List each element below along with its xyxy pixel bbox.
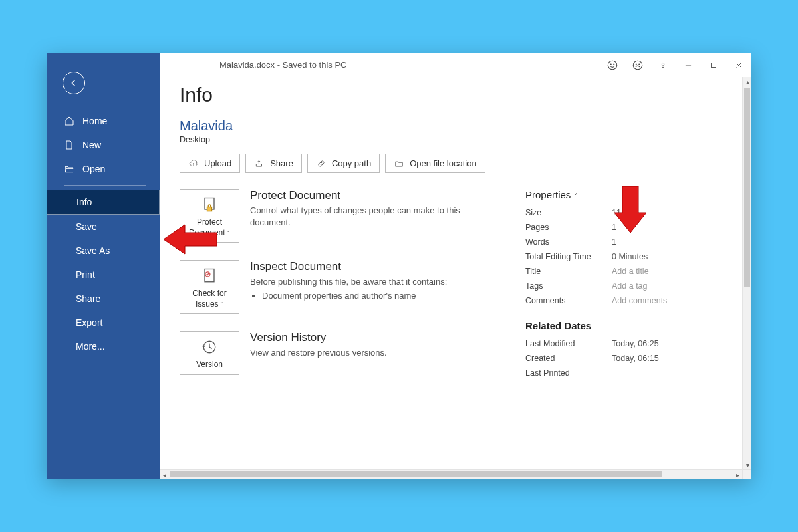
home-icon [64,116,74,126]
protect-document-button[interactable]: Protect Document ˅ [180,189,239,243]
maximize-button[interactable] [701,53,726,77]
button-label-line1: Check for [192,289,226,298]
block-desc: View and restore previous versions. [250,347,387,359]
button-label-line2: Issues [196,299,219,309]
document-icon [64,140,74,150]
sidebar-item-export[interactable]: Export [47,311,160,334]
check-for-issues-button[interactable]: Check for Issues ˅ [180,260,239,314]
main-scroll-area: Info Malavida Desktop Upload Share Copy … [160,77,751,479]
chevron-down-icon: ˅ [225,230,231,237]
action-row: Upload Share Copy path Open file locatio… [180,154,729,173]
scroll-left-arrow[interactable]: ◂ [160,470,169,479]
smile-icon [606,59,618,71]
sidebar-separator [64,185,146,186]
close-button[interactable] [726,53,751,77]
checklist-icon [200,267,219,285]
app-window: Home New Open Info Save Save As Print Sh… [47,53,751,479]
lock-document-icon [200,196,219,214]
block-title: Inspect Document [250,260,447,273]
horizontal-scrollbar[interactable]: ◂ ▸ [160,469,742,479]
scroll-thumb[interactable] [744,88,750,287]
open-file-location-button[interactable]: Open file location [385,154,485,173]
button-label: Upload [204,158,231,168]
version-history-block: Version Version History View and restore… [180,331,499,375]
sidebar-item-open[interactable]: Open [47,157,160,181]
chevron-down-icon: ˅ [572,192,577,200]
block-desc: Control what types of changes people can… [250,205,499,229]
scroll-down-arrow[interactable]: ▾ [743,460,751,469]
svg-point-1 [610,64,611,65]
button-label: Copy path [332,158,371,168]
button-label: Open file location [410,158,476,168]
property-row-title[interactable]: TitleAdd a title [525,264,729,279]
scrollbar-corner [742,469,751,479]
window-controls [600,53,751,77]
svg-point-6 [663,67,664,68]
folder-open-icon [64,164,74,174]
sidebar-item-more[interactable]: More... [47,334,160,358]
block-title: Protect Document [250,189,499,202]
link-icon [316,159,327,168]
scroll-up-arrow[interactable]: ▴ [743,77,751,86]
svg-point-5 [639,64,640,65]
sidebar-item-label: Save As [76,245,110,256]
sidebar-item-label: Print [76,269,95,280]
scroll-thumb[interactable] [170,471,662,477]
svg-point-4 [636,64,636,65]
sidebar-item-print[interactable]: Print [47,263,160,287]
chevron-down-icon: ˅ [219,301,224,308]
properties-panel: Properties ˅ Size11.6KB Pages1 Words1 To… [525,189,729,392]
back-button[interactable] [63,72,85,94]
feedback-happy-button[interactable] [600,53,625,77]
inspect-document-block: Check for Issues ˅ Inspect Document Befo… [180,260,499,314]
svg-point-3 [633,61,642,70]
property-row-size: Size11.6KB [525,205,729,220]
button-label-line1: Protect [197,217,222,227]
sidebar-item-label: Export [76,317,102,328]
property-row-printed: Last Printed [525,366,729,380]
sidebar-item-label: Home [82,116,107,126]
sidebar-item-save-as[interactable]: Save As [47,239,160,263]
sidebar-item-info[interactable]: Info [47,190,160,215]
version-history-button[interactable]: Version [180,331,239,375]
vertical-scrollbar[interactable]: ▴ ▾ [742,77,751,469]
document-location: Desktop [180,135,729,144]
sidebar-item-label: Info [76,197,92,207]
share-icon [254,159,265,168]
sidebar-item-label: More... [76,341,105,352]
minimize-button[interactable] [676,53,701,77]
sidebar-item-new[interactable]: New [47,133,160,157]
property-row-pages: Pages1 [525,220,729,235]
content-area: Malavida.docx - Saved to this PC [160,53,751,479]
property-row-comments[interactable]: CommentsAdd comments [525,293,729,308]
svg-rect-7 [712,63,716,67]
cloud-upload-icon [188,159,199,168]
folder-icon [394,159,404,168]
property-row-tags[interactable]: TagsAdd a tag [525,279,729,293]
document-title: Malavida.docx - Saved to this PC [219,60,346,70]
property-row-editing-time: Total Editing Time0 Minutes [525,249,729,264]
sidebar-item-share[interactable]: Share [47,287,160,311]
sidebar-item-label: New [82,140,101,150]
help-icon [658,61,668,70]
page-title: Info [180,84,729,106]
related-dates-heading: Related Dates [525,320,729,331]
history-icon [200,338,219,356]
help-button[interactable] [650,53,676,77]
document-name[interactable]: Malavida [180,118,729,134]
close-icon [734,61,743,70]
share-button[interactable]: Share [245,154,302,173]
arrow-left-icon [68,78,79,88]
titlebar: Malavida.docx - Saved to this PC [160,53,751,77]
copy-path-button[interactable]: Copy path [307,154,380,173]
svg-point-2 [614,64,614,65]
feedback-sad-button[interactable] [625,53,650,77]
block-desc: Before publishing this file, be aware th… [250,276,447,288]
upload-button[interactable]: Upload [180,154,240,173]
scroll-right-arrow[interactable]: ▸ [733,470,742,479]
block-title: Version History [250,331,387,344]
properties-dropdown[interactable]: Properties ˅ [525,189,729,200]
sidebar-item-home[interactable]: Home [47,109,160,133]
maximize-icon [709,61,718,70]
sidebar-item-save[interactable]: Save [47,215,160,239]
